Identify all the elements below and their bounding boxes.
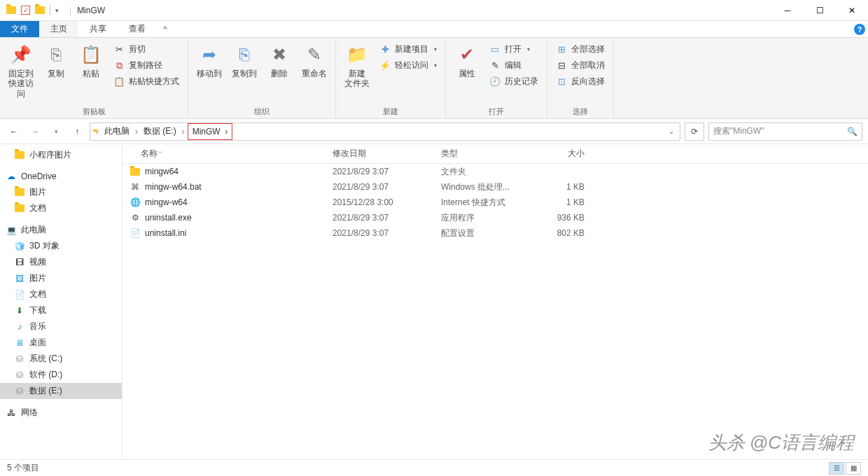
documents-icon: 📄 [14,289,25,300]
newitem-button[interactable]: ✚新建项目▾ [377,42,440,57]
close-button[interactable]: ✕ [836,0,868,21]
tab-view[interactable]: 查看 [118,21,157,37]
folder-icon [14,150,25,161]
nav-3dobjects[interactable]: 🧊3D 对象 [0,238,122,254]
paste-button[interactable]: 📋粘贴 [74,41,108,81]
file-date: 2021/8/29 3:07 [326,182,434,192]
status-bar: 5 个项目 ☰ ▦ [0,459,868,476]
addr-dropdown-icon[interactable]: ⌄ [666,127,677,135]
search-input[interactable]: 搜索"MinGW" 🔍 [708,122,862,141]
nav-pictures2[interactable]: 🖼图片 [0,270,122,286]
col-size[interactable]: 大小 [536,148,592,160]
selectall-icon: ⊞ [556,44,567,55]
file-row[interactable]: 🌐mingw-w642015/12/28 3:00Internet 快捷方式1 … [122,195,868,210]
paste-shortcut-button[interactable]: 📋粘贴快捷方式 [111,74,182,89]
nav-documents2[interactable]: 📄文档 [0,286,122,302]
forward-button[interactable]: → [27,123,43,140]
refresh-button[interactable]: ⟳ [685,122,704,141]
history-button[interactable]: 🕘历史记录 [486,74,541,89]
desktop-icon: 🖥 [14,337,25,349]
tab-file[interactable]: 文件 [0,21,39,37]
file-row[interactable]: ⚙uninstall.exe2021/8/29 3:07应用程序936 KB [122,210,868,225]
drive-icon: ⛁ [14,354,25,365]
file-icon: 🌐 [130,197,141,208]
col-date[interactable]: 修改日期 [326,148,434,160]
crumb-drive[interactable]: 数据 (E:) [141,123,179,140]
easyaccess-icon: ⚡ [379,60,391,71]
crumb-folder[interactable]: MinGW › [188,123,233,140]
easyaccess-button[interactable]: ⚡轻松访问▾ [377,58,440,73]
nav-downloads[interactable]: ⬇下载 [0,302,122,318]
view-icons-button[interactable]: ▦ [846,462,861,475]
open-button[interactable]: ▭打开▾ [486,42,541,57]
cut-button[interactable]: ✂剪切 [111,42,182,57]
file-type: Windows 批处理... [434,181,536,193]
tab-share[interactable]: 共享 [78,21,118,37]
chevron-right-icon[interactable]: › [134,127,139,136]
up-button[interactable]: ↑ [69,123,85,140]
nav-documents[interactable]: 文档 [0,200,122,216]
navigation-pane[interactable]: 小程序图片 ☁OneDrive 图片 文档 💻此电脑 🧊3D 对象 🎞视频 🖼图… [0,144,122,459]
file-date: 2015/12/28 3:00 [326,197,434,207]
crumb-thispc[interactable]: 此电脑 [102,123,132,140]
help-icon[interactable]: ? [851,21,868,37]
copyto-button[interactable]: ⎘复制到 [227,41,261,81]
file-icon: ⚙ [130,212,141,223]
minimize-button[interactable]: ─ [771,0,804,21]
col-name[interactable]: 名称⌃ [122,148,326,160]
back-button[interactable]: ← [6,123,22,140]
tab-home[interactable]: 主页 [39,21,78,37]
rename-button[interactable]: ✎重命名 [298,41,331,81]
qat-dropdown-icon[interactable]: ▾ [50,5,61,16]
nav-desktop[interactable]: 🖥桌面 [0,335,122,351]
col-type[interactable]: 类型 [434,148,536,160]
invert-button[interactable]: ⊡反向选择 [553,74,608,89]
moveto-button[interactable]: ➦移动到 [192,41,226,81]
invert-icon: ⊡ [556,76,567,88]
onedrive-icon: ☁ [6,171,17,182]
delete-button[interactable]: ✖删除 [262,41,296,81]
file-row[interactable]: 📄uninstall.ini2021/8/29 3:07配置设置802 KB [122,225,868,241]
nav-miniprogram[interactable]: 小程序图片 [0,147,122,163]
nav-pictures[interactable]: 图片 [0,184,122,200]
chevron-right-icon[interactable]: › [181,127,186,136]
qat-checkbox-icon[interactable]: ✓ [21,6,30,15]
column-headers[interactable]: 名称⌃ 修改日期 类型 大小 [122,144,868,164]
file-type: Internet 快捷方式 [434,197,536,209]
selectall-button[interactable]: ⊞全部选择 [553,42,608,57]
nav-thispc[interactable]: 💻此电脑 [0,222,122,238]
copy-button[interactable]: ⎘复制 [39,41,73,81]
properties-button[interactable]: ✔属性 [450,41,484,81]
file-list[interactable]: mingw642021/8/29 3:07文件夹⌘mingw-w64.bat20… [122,164,868,459]
newitem-icon: ✚ [379,44,391,55]
nav-datae[interactable]: ⛁数据 (E:) [0,383,122,399]
nav-softd[interactable]: ⛁软件 (D:) [0,367,122,383]
newfolder-button[interactable]: 📁新建 文件夹 [340,41,374,92]
ribbon: 📌固定到 快速访问 ⎘复制 📋粘贴 ✂剪切 ⧉复制路径 📋粘贴快捷方式 剪贴板 … [0,38,868,119]
folder-icon [6,5,17,16]
pin-button[interactable]: 📌固定到 快速访问 [4,41,38,102]
nav-music[interactable]: ♪音乐 [0,318,122,335]
edit-button[interactable]: ✎编辑 [486,58,541,73]
copy-path-button[interactable]: ⧉复制路径 [111,58,182,73]
group-label-organize: 组织 [192,105,331,117]
file-row[interactable]: mingw642021/8/29 3:07文件夹 [122,164,868,179]
chevron-right-icon[interactable]: › [94,127,100,136]
nav-onedrive[interactable]: ☁OneDrive [0,169,122,184]
file-pane: 名称⌃ 修改日期 类型 大小 mingw642021/8/29 3:07文件夹⌘… [122,144,868,459]
recent-dropdown[interactable]: ▾ [48,123,64,140]
properties-icon: ✔ [456,43,478,66]
file-row[interactable]: ⌘mingw-w64.bat2021/8/29 3:07Windows 批处理.… [122,179,868,195]
nav-videos[interactable]: 🎞视频 [0,254,122,270]
file-name: mingw-w64.bat [145,182,326,192]
nav-network[interactable]: 🖧网络 [0,405,122,421]
file-size: 1 KB [536,197,592,207]
address-bar[interactable]: › 此电脑 › 数据 (E:) › MinGW › ⌄ [90,122,680,141]
divider: | [66,6,74,15]
ribbon-collapse-icon[interactable]: ^ [157,21,174,37]
selectnone-button[interactable]: ⊟全部取消 [553,58,608,73]
view-details-button[interactable]: ☰ [829,462,844,475]
nav-sysc[interactable]: ⛁系统 (C:) [0,351,122,367]
maximize-button[interactable]: ☐ [804,0,836,21]
file-name: uninstall.exe [145,213,326,223]
